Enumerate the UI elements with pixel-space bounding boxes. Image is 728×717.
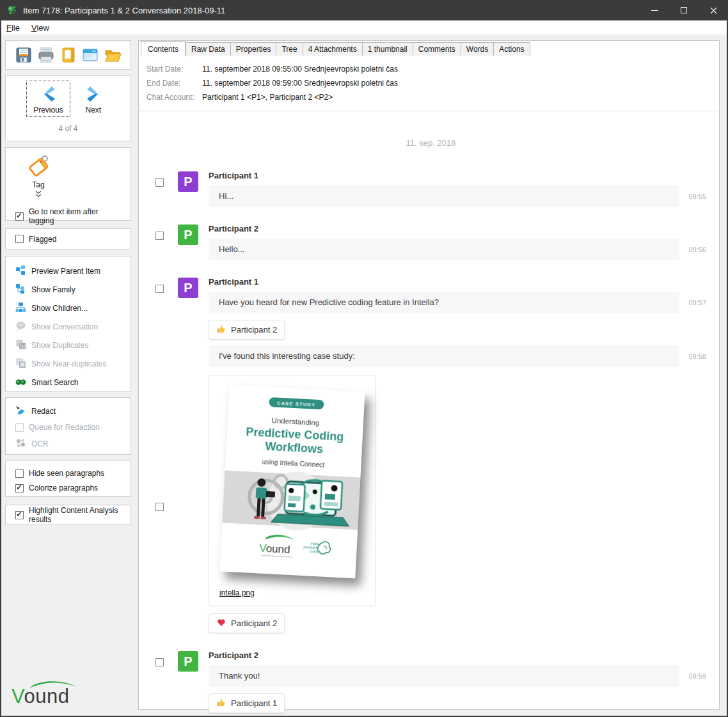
chat-account-label: Chat Account:	[146, 90, 202, 104]
reaction-chip[interactable]: Participant 2	[209, 320, 285, 340]
tab-comments[interactable]: Comments	[413, 42, 461, 56]
hide-seen-paragraphs-label: Hide seen paragraphs	[29, 469, 104, 478]
svg-text:predictive: predictive	[303, 545, 319, 549]
action-label: Show Conversation	[31, 322, 98, 331]
message-checkbox[interactable]	[155, 178, 164, 187]
ocr-label: OCR	[31, 439, 49, 448]
start-date-value: 11. september 2018 09:55:00 Srednjeevrop…	[202, 62, 398, 76]
previous-button[interactable]: Previous	[27, 81, 70, 116]
menubar: File View	[1, 20, 727, 35]
tab-actions[interactable]: Actions	[493, 42, 530, 56]
attachment-message: CASE STUDY Understanding Predictive Codi…	[155, 375, 706, 639]
go-next-after-tagging-row: Go to next item after tagging	[15, 207, 121, 225]
flagged-checkbox[interactable]	[15, 235, 24, 243]
reaction-name: Participant 2	[231, 619, 277, 628]
minimize-button[interactable]	[640, 0, 669, 20]
message-group: P Participant 1 Hi... 09:55	[155, 171, 706, 207]
family-icon	[15, 283, 26, 296]
near-duplicates-icon	[15, 358, 26, 370]
redact-label: Redact	[31, 407, 56, 416]
tab-properties[interactable]: Properties	[230, 42, 276, 56]
reaction-name: Participant 1	[231, 698, 277, 708]
window-title: Item 7178: Participants 1 & 2 Conversati…	[23, 6, 225, 15]
reaction-chip[interactable]: Participant 1	[209, 693, 285, 713]
heart-icon	[216, 617, 226, 629]
tab-tree[interactable]: Tree	[276, 42, 302, 56]
chevron-double-down-icon	[35, 191, 42, 200]
menu-file[interactable]: File	[6, 23, 20, 33]
message-checkbox[interactable]	[155, 285, 164, 293]
duplicates-icon	[15, 339, 26, 352]
highlight-analysis-row: Highlight Content Analysis results	[15, 506, 121, 524]
tab-contents[interactable]: Contents	[141, 41, 186, 56]
message-checkbox[interactable]	[155, 503, 164, 511]
action-label: Show Duplicates	[31, 341, 88, 350]
avatar: P	[178, 225, 198, 245]
parent-item-icon	[15, 265, 26, 278]
open-folder-icon[interactable]	[103, 45, 122, 65]
tab-attachments[interactable]: 4 Attachments	[303, 42, 362, 56]
avatar: P	[178, 278, 198, 298]
svg-text:Vound: Vound	[259, 542, 290, 555]
action-label: Preview Parent Item	[31, 267, 100, 276]
colorize-paragraphs-checkbox[interactable]	[15, 484, 24, 492]
start-date-label: Start Date:	[146, 62, 202, 76]
show-children-action[interactable]: Show Children...	[15, 299, 121, 317]
reaction-chip[interactable]: Participant 2	[209, 613, 285, 633]
message-bubble: Have you heard for new Predictive coding…	[209, 292, 679, 313]
report-icon[interactable]	[59, 45, 78, 65]
sender-name: Participant 2	[209, 224, 706, 233]
tab-raw-data[interactable]: Raw Data	[186, 42, 230, 56]
message-checkbox[interactable]	[155, 658, 164, 666]
message-bubble: Thank you!	[209, 665, 679, 687]
svg-text:Vound: Vound	[12, 685, 69, 707]
ocr-action: OCR	[15, 434, 121, 453]
thumbs-up-icon	[216, 324, 226, 336]
smart-search-action[interactable]: Smart Search	[15, 373, 121, 391]
previous-label: Previous	[33, 106, 63, 114]
navigation-panel: Previous Next 4 of 4	[5, 75, 131, 141]
hide-seen-paragraphs-checkbox[interactable]	[15, 469, 24, 478]
go-next-after-tagging-checkbox[interactable]	[15, 212, 24, 221]
redact-action[interactable]: Redact	[15, 402, 121, 420]
avatar: P	[178, 171, 198, 192]
show-family-action[interactable]: Show Family	[15, 280, 121, 299]
start-date-row: Start Date: 11. september 2018 09:55:00 …	[146, 62, 719, 76]
show-near-duplicates-action: Show Near-duplicates	[15, 354, 121, 373]
highlight-analysis-checkbox[interactable]	[15, 511, 24, 519]
print-icon[interactable]	[36, 45, 56, 65]
redaction-panel: Redact Queue for Redaction	[5, 397, 131, 455]
message-group: P Participant 1 Have you heard for new P…	[155, 277, 706, 367]
menu-view[interactable]: View	[31, 23, 49, 33]
item-details: Start Date: 11. september 2018 09:55:00 …	[139, 56, 719, 111]
redact-marker-icon	[15, 405, 26, 418]
window-controls	[640, 0, 728, 20]
attachment-filename-link[interactable]: intella.png	[219, 588, 255, 597]
close-button[interactable]	[699, 0, 728, 20]
queue-redaction-row: Queue for Redaction	[15, 423, 121, 432]
preview-window-icon[interactable]	[81, 45, 100, 65]
sender-name: Participant 2	[209, 650, 706, 660]
flagged-row: Flagged	[15, 235, 56, 244]
sender-name: Participant 1	[209, 277, 706, 287]
message-checkbox[interactable]	[155, 232, 164, 240]
tab-thumbnail[interactable]: 1 thumbnail	[362, 42, 413, 56]
maximize-button[interactable]	[669, 0, 699, 20]
tag-button[interactable]: Tag	[20, 154, 56, 200]
next-button[interactable]: Next	[77, 81, 109, 116]
tag-icon	[26, 154, 51, 180]
message-group: P Participant 2 Thank you! 09:59	[155, 650, 706, 717]
toolbar	[5, 40, 131, 70]
avatar: P	[178, 651, 198, 672]
item-position: 4 of 4	[58, 124, 77, 133]
attachment-card[interactable]: CASE STUDY Understanding Predictive Codi…	[209, 375, 376, 606]
flag-panel: Flagged	[5, 228, 131, 249]
save-icon[interactable]	[14, 45, 33, 65]
action-label: Smart Search	[31, 378, 78, 387]
intella-app-icon	[6, 4, 18, 16]
highlight-analysis-label: Highlight Content Analysis results	[29, 506, 121, 524]
colorize-paragraphs-label: Colorize paragraphs	[29, 484, 98, 492]
tab-words[interactable]: Words	[461, 42, 493, 56]
queue-redaction-label: Queue for Redaction	[29, 423, 100, 432]
preview-parent-item-action[interactable]: Preview Parent Item	[15, 262, 121, 280]
